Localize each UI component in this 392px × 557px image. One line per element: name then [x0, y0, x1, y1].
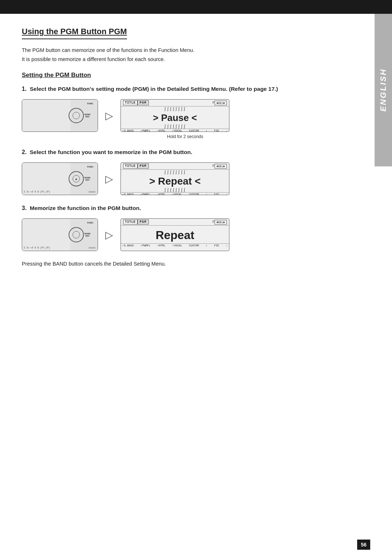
band-esc-label-1: BANDESC: [85, 113, 90, 118]
knob-inner-2: ▲: [73, 175, 80, 182]
step-1-number: 1.: [22, 86, 26, 92]
display-fie-3: FIE: [214, 244, 219, 247]
display-bottom-bar-3: ⌐S.BASS ⌐PWRFL ⌐NTRL ⌐VOCAL CUSTOM ♪ FIE…: [121, 243, 229, 247]
page-number: 56: [357, 540, 370, 550]
step-3-number: 3.: [22, 205, 26, 211]
step-1-caption-area: Hold for 2 seconds: [22, 134, 348, 139]
display-music-1: ♪: [206, 129, 208, 132]
arrow-right-1: ▷: [105, 110, 113, 122]
intro-line-1: The PGM button can memorize one of the f…: [22, 46, 348, 55]
section-title: Using the PGM Button PGM: [22, 27, 127, 39]
display-custom-1: CUSTOM: [189, 129, 199, 132]
display-fie-1: FIE: [214, 129, 219, 132]
device-inner-3: FUNC BANDESC 2 3• •4 5 6 (P) (P) AUDIO: [22, 219, 98, 251]
display-main-2: > Repeat <: [121, 175, 229, 188]
display-sel-3: ◄SEL►: [215, 220, 227, 225]
step-3-heading: 3. Memorize the function in the PGM butt…: [22, 204, 348, 213]
top-bar: [0, 0, 392, 14]
display-vocal-3: ⌐VOCAL: [172, 244, 182, 247]
audio-label-3: AUDIO: [89, 247, 95, 249]
display-ntrl-1: ⌐NTRL: [157, 129, 166, 132]
display-sbass-1: ⌐S.BASS: [122, 129, 134, 132]
func-label-3: FUNC: [87, 222, 93, 224]
intro-line-2: It is possible to memorize a different f…: [22, 55, 348, 64]
display-main-3: Repeat: [121, 229, 229, 242]
display-pgm-2: PGM: [138, 164, 149, 169]
display-pwrfl-3: ⌐PWRFL: [140, 244, 150, 247]
band-esc-label-3: BANDESC: [85, 233, 90, 237]
display-sel-1: ◄SEL►: [215, 101, 227, 105]
display-sbass-2: ⌐S.BASS: [122, 193, 134, 195]
step-1-text: Select the PGM button's setting mode (PG…: [30, 86, 278, 92]
step-2-block: 2. Select the function you want to memor…: [22, 148, 348, 195]
display-top-bar-3: TITLE PGM F ◄SEL►: [121, 219, 229, 226]
display-vocal-1: ⌐VOCAL: [172, 129, 182, 132]
step-1-block: 1. Select the PGM button's setting mode …: [22, 85, 348, 139]
display-ntrl-2: ⌐NTRL: [157, 193, 166, 195]
display-vocal-2: ⌐VOCAL: [172, 193, 182, 195]
step-3-display-screen: TITLE PGM F ◄SEL► Repeat ⌐S.BASS ⌐PWRFL …: [121, 218, 229, 251]
func-label-1: FUNC: [87, 102, 93, 105]
display-music-2: ♪: [206, 193, 208, 195]
knob-up-arrow: ▲: [75, 177, 78, 181]
display-wave-1b: ∫∫∫∫∫∫∫∫: [121, 124, 229, 129]
device-inner-1: FUNC BANDESC: [22, 100, 98, 132]
display-pgm-3: PGM: [138, 219, 149, 225]
func-label-2: FUNC: [87, 166, 93, 168]
display-arrow-2: ↓: [226, 193, 228, 195]
side-tab-english: ENGLISH: [375, 14, 392, 166]
device-nums-2: 2 3• •4 5 6 (P) (P): [24, 190, 50, 193]
step-2-device-diagram: ▲ FUNC BANDESC 2 3• •4 5 6 (P) (P) AUDIO: [22, 162, 98, 195]
step-1-device-diagram: FUNC BANDESC: [22, 99, 98, 132]
step-1-display-screen: TITLE PGM F ◄SEL► ∫∫∫∫∫∫∫∫ > Pause < ∫∫∫…: [121, 99, 229, 132]
display-title-2: TITLE: [123, 164, 138, 169]
band-esc-label-2: BANDESC: [85, 177, 90, 181]
knob-circle-2: ▲: [69, 171, 84, 186]
step-3-device-diagram: FUNC BANDESC 2 3• •4 5 6 (P) (P) AUDIO: [22, 218, 98, 251]
step-2-diagram-row: ▲ FUNC BANDESC 2 3• •4 5 6 (P) (P) AUDIO…: [22, 162, 348, 195]
side-tab-label: ENGLISH: [379, 69, 388, 112]
device-nums-3: 2 3• •4 5 6 (P) (P): [24, 246, 50, 249]
arrow-right-3: ▷: [105, 229, 113, 241]
knob-circle-1: [69, 108, 84, 123]
step-2-text: Select the function you want to memorize…: [30, 149, 192, 155]
knob-inner-3: [73, 231, 80, 238]
display-ntrl-3: ⌐NTRL: [157, 244, 166, 247]
knob-inner-1: [73, 112, 80, 119]
display-music-3: ♪: [206, 244, 208, 247]
display-sbass-3: ⌐S.BASS: [122, 244, 134, 247]
display-wave-2: ∫∫∫∫∫∫∫∫: [121, 170, 229, 175]
display-custom-2: CUSTOM: [189, 193, 199, 195]
display-arrow-3: ↓: [226, 244, 228, 247]
display-bottom-bar-1: ⌐S.BASS ⌐PWRFL ⌐NTRL ⌐VOCAL CUSTOM ♪ FIE…: [121, 129, 229, 132]
display-custom-3: CUSTOM: [189, 244, 199, 247]
display-top-bar-1: TITLE PGM F ◄SEL►: [121, 100, 229, 106]
display-main-1: > Pause <: [121, 112, 229, 124]
display-pgm-1: PGM: [138, 100, 149, 105]
display-title-3: TITLE: [123, 219, 138, 225]
display-title-1: TITLE: [123, 100, 138, 105]
intro-text: The PGM button can memorize one of the f…: [22, 46, 348, 64]
display-pwrfl-2: ⌐PWRFL: [140, 193, 150, 195]
display-sel-2: ◄SEL►: [215, 164, 227, 169]
step-1-heading: 1. Select the PGM button's setting mode …: [22, 85, 348, 93]
display-top-bar-2: TITLE PGM F ◄SEL►: [121, 163, 229, 170]
step-2-display-screen: TITLE PGM F ◄SEL► ∫∫∫∫∫∫∫∫ > Repeat < ∫∫…: [121, 162, 229, 195]
knob-circle-3: [69, 227, 84, 242]
hold-caption-1: Hold for 2 seconds: [22, 134, 348, 139]
device-inner-2: ▲ FUNC BANDESC 2 3• •4 5 6 (P) (P) AUDIO: [22, 163, 98, 195]
display-wave-1: ∫∫∫∫∫∫∫∫: [121, 106, 229, 112]
display-wave-2b: ∫∫∫∫∫∫∫∫: [121, 188, 229, 192]
display-fie-2: FIE: [214, 193, 219, 195]
step-2-heading: 2. Select the function you want to memor…: [22, 148, 348, 157]
display-arrow-1: ↓: [226, 129, 228, 132]
display-bottom-bar-2: ⌐S.BASS ⌐PWRFL ⌐NTRL ⌐VOCAL CUSTOM ♪ FIE…: [121, 192, 229, 195]
arrow-right-2: ▷: [105, 173, 113, 185]
sub-heading: Setting the PGM Button: [22, 72, 348, 79]
audio-label-2: AUDIO: [89, 191, 95, 193]
bottom-note: Pressing the BAND button cancels the Det…: [22, 260, 348, 268]
step-3-block: 3. Memorize the function in the PGM butt…: [22, 204, 348, 251]
step-3-text: Memorize the function in the PGM button.: [30, 205, 141, 211]
main-content: Using the PGM Button PGM The PGM button …: [0, 14, 392, 290]
step-1-diagram-row: FUNC BANDESC ▷ TITLE PGM F ◄SEL► ∫∫∫∫∫∫∫…: [22, 99, 348, 132]
